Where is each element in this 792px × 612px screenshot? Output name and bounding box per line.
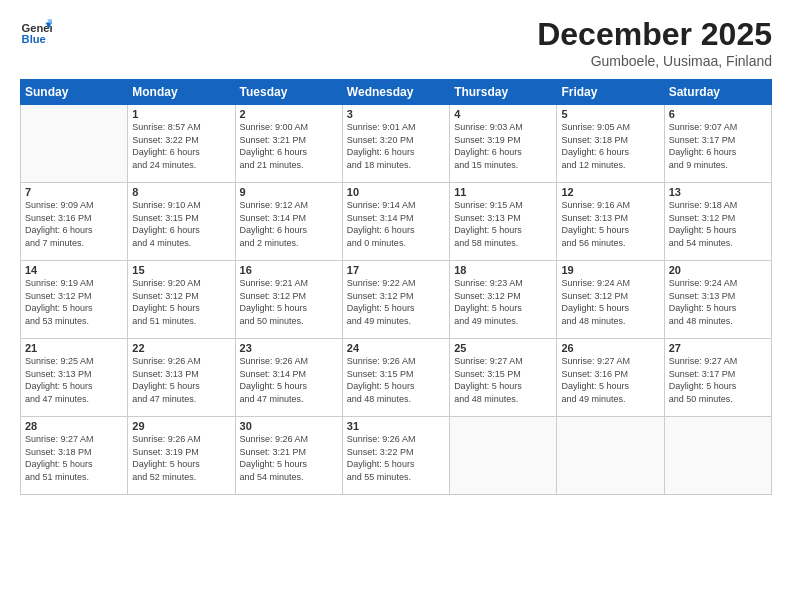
day-number: 26 <box>561 342 659 354</box>
day-info: Sunrise: 9:27 AM Sunset: 3:15 PM Dayligh… <box>454 355 552 405</box>
logo-icon: General Blue <box>20 16 52 48</box>
day-number: 21 <box>25 342 123 354</box>
calendar-cell: 1Sunrise: 8:57 AM Sunset: 3:22 PM Daylig… <box>128 105 235 183</box>
day-number: 20 <box>669 264 767 276</box>
calendar-cell: 30Sunrise: 9:26 AM Sunset: 3:21 PM Dayli… <box>235 417 342 495</box>
calendar-cell: 12Sunrise: 9:16 AM Sunset: 3:13 PM Dayli… <box>557 183 664 261</box>
weekday-header: Thursday <box>450 80 557 105</box>
calendar-cell: 16Sunrise: 9:21 AM Sunset: 3:12 PM Dayli… <box>235 261 342 339</box>
day-number: 25 <box>454 342 552 354</box>
calendar-cell: 3Sunrise: 9:01 AM Sunset: 3:20 PM Daylig… <box>342 105 449 183</box>
day-info: Sunrise: 9:27 AM Sunset: 3:16 PM Dayligh… <box>561 355 659 405</box>
day-number: 14 <box>25 264 123 276</box>
day-info: Sunrise: 9:22 AM Sunset: 3:12 PM Dayligh… <box>347 277 445 327</box>
day-info: Sunrise: 9:09 AM Sunset: 3:16 PM Dayligh… <box>25 199 123 249</box>
calendar-cell: 13Sunrise: 9:18 AM Sunset: 3:12 PM Dayli… <box>664 183 771 261</box>
day-info: Sunrise: 9:27 AM Sunset: 3:17 PM Dayligh… <box>669 355 767 405</box>
day-number: 10 <box>347 186 445 198</box>
day-info: Sunrise: 9:15 AM Sunset: 3:13 PM Dayligh… <box>454 199 552 249</box>
day-info: Sunrise: 9:20 AM Sunset: 3:12 PM Dayligh… <box>132 277 230 327</box>
day-number: 17 <box>347 264 445 276</box>
day-number: 3 <box>347 108 445 120</box>
day-number: 23 <box>240 342 338 354</box>
calendar-cell: 20Sunrise: 9:24 AM Sunset: 3:13 PM Dayli… <box>664 261 771 339</box>
day-number: 13 <box>669 186 767 198</box>
day-number: 12 <box>561 186 659 198</box>
calendar-cell: 23Sunrise: 9:26 AM Sunset: 3:14 PM Dayli… <box>235 339 342 417</box>
day-info: Sunrise: 9:25 AM Sunset: 3:13 PM Dayligh… <box>25 355 123 405</box>
day-number: 29 <box>132 420 230 432</box>
calendar-cell: 5Sunrise: 9:05 AM Sunset: 3:18 PM Daylig… <box>557 105 664 183</box>
calendar-cell: 8Sunrise: 9:10 AM Sunset: 3:15 PM Daylig… <box>128 183 235 261</box>
calendar-cell: 31Sunrise: 9:26 AM Sunset: 3:22 PM Dayli… <box>342 417 449 495</box>
day-info: Sunrise: 8:57 AM Sunset: 3:22 PM Dayligh… <box>132 121 230 171</box>
title-block: December 2025 Gumboele, Uusimaa, Finland <box>537 16 772 69</box>
calendar-cell: 11Sunrise: 9:15 AM Sunset: 3:13 PM Dayli… <box>450 183 557 261</box>
day-info: Sunrise: 9:00 AM Sunset: 3:21 PM Dayligh… <box>240 121 338 171</box>
weekday-header: Monday <box>128 80 235 105</box>
day-info: Sunrise: 9:23 AM Sunset: 3:12 PM Dayligh… <box>454 277 552 327</box>
calendar-cell: 6Sunrise: 9:07 AM Sunset: 3:17 PM Daylig… <box>664 105 771 183</box>
calendar-cell: 9Sunrise: 9:12 AM Sunset: 3:14 PM Daylig… <box>235 183 342 261</box>
calendar-week-row: 1Sunrise: 8:57 AM Sunset: 3:22 PM Daylig… <box>21 105 772 183</box>
month-title: December 2025 <box>537 16 772 53</box>
day-number: 5 <box>561 108 659 120</box>
calendar-cell: 19Sunrise: 9:24 AM Sunset: 3:12 PM Dayli… <box>557 261 664 339</box>
calendar-cell <box>21 105 128 183</box>
day-info: Sunrise: 9:14 AM Sunset: 3:14 PM Dayligh… <box>347 199 445 249</box>
calendar-cell: 25Sunrise: 9:27 AM Sunset: 3:15 PM Dayli… <box>450 339 557 417</box>
day-number: 27 <box>669 342 767 354</box>
day-info: Sunrise: 9:16 AM Sunset: 3:13 PM Dayligh… <box>561 199 659 249</box>
day-info: Sunrise: 9:12 AM Sunset: 3:14 PM Dayligh… <box>240 199 338 249</box>
calendar-cell: 18Sunrise: 9:23 AM Sunset: 3:12 PM Dayli… <box>450 261 557 339</box>
day-number: 4 <box>454 108 552 120</box>
calendar-cell: 4Sunrise: 9:03 AM Sunset: 3:19 PM Daylig… <box>450 105 557 183</box>
calendar-cell: 7Sunrise: 9:09 AM Sunset: 3:16 PM Daylig… <box>21 183 128 261</box>
calendar-cell: 2Sunrise: 9:00 AM Sunset: 3:21 PM Daylig… <box>235 105 342 183</box>
day-info: Sunrise: 9:27 AM Sunset: 3:18 PM Dayligh… <box>25 433 123 483</box>
calendar-cell: 15Sunrise: 9:20 AM Sunset: 3:12 PM Dayli… <box>128 261 235 339</box>
day-number: 11 <box>454 186 552 198</box>
day-number: 15 <box>132 264 230 276</box>
location-subtitle: Gumboele, Uusimaa, Finland <box>537 53 772 69</box>
calendar-cell: 26Sunrise: 9:27 AM Sunset: 3:16 PM Dayli… <box>557 339 664 417</box>
calendar-cell: 21Sunrise: 9:25 AM Sunset: 3:13 PM Dayli… <box>21 339 128 417</box>
calendar-header-row: SundayMondayTuesdayWednesdayThursdayFrid… <box>21 80 772 105</box>
weekday-header: Tuesday <box>235 80 342 105</box>
calendar-cell: 17Sunrise: 9:22 AM Sunset: 3:12 PM Dayli… <box>342 261 449 339</box>
day-info: Sunrise: 9:19 AM Sunset: 3:12 PM Dayligh… <box>25 277 123 327</box>
calendar-table: SundayMondayTuesdayWednesdayThursdayFrid… <box>20 79 772 495</box>
day-info: Sunrise: 9:10 AM Sunset: 3:15 PM Dayligh… <box>132 199 230 249</box>
day-info: Sunrise: 9:24 AM Sunset: 3:13 PM Dayligh… <box>669 277 767 327</box>
weekday-header: Wednesday <box>342 80 449 105</box>
calendar-cell: 22Sunrise: 9:26 AM Sunset: 3:13 PM Dayli… <box>128 339 235 417</box>
day-info: Sunrise: 9:21 AM Sunset: 3:12 PM Dayligh… <box>240 277 338 327</box>
header-row: General Blue December 2025 Gumboele, Uus… <box>20 16 772 69</box>
day-number: 16 <box>240 264 338 276</box>
day-info: Sunrise: 9:03 AM Sunset: 3:19 PM Dayligh… <box>454 121 552 171</box>
calendar-cell <box>664 417 771 495</box>
calendar-cell: 24Sunrise: 9:26 AM Sunset: 3:15 PM Dayli… <box>342 339 449 417</box>
day-info: Sunrise: 9:01 AM Sunset: 3:20 PM Dayligh… <box>347 121 445 171</box>
day-number: 2 <box>240 108 338 120</box>
logo: General Blue <box>20 16 52 48</box>
calendar-cell: 27Sunrise: 9:27 AM Sunset: 3:17 PM Dayli… <box>664 339 771 417</box>
day-number: 8 <box>132 186 230 198</box>
calendar-cell <box>557 417 664 495</box>
day-number: 18 <box>454 264 552 276</box>
weekday-header: Saturday <box>664 80 771 105</box>
day-number: 31 <box>347 420 445 432</box>
weekday-header: Sunday <box>21 80 128 105</box>
day-number: 1 <box>132 108 230 120</box>
calendar-week-row: 7Sunrise: 9:09 AM Sunset: 3:16 PM Daylig… <box>21 183 772 261</box>
day-number: 6 <box>669 108 767 120</box>
calendar-cell: 28Sunrise: 9:27 AM Sunset: 3:18 PM Dayli… <box>21 417 128 495</box>
day-number: 7 <box>25 186 123 198</box>
day-number: 19 <box>561 264 659 276</box>
svg-text:Blue: Blue <box>22 33 46 45</box>
calendar-week-row: 14Sunrise: 9:19 AM Sunset: 3:12 PM Dayli… <box>21 261 772 339</box>
day-number: 9 <box>240 186 338 198</box>
calendar-cell: 14Sunrise: 9:19 AM Sunset: 3:12 PM Dayli… <box>21 261 128 339</box>
calendar-cell: 10Sunrise: 9:14 AM Sunset: 3:14 PM Dayli… <box>342 183 449 261</box>
day-info: Sunrise: 9:24 AM Sunset: 3:12 PM Dayligh… <box>561 277 659 327</box>
